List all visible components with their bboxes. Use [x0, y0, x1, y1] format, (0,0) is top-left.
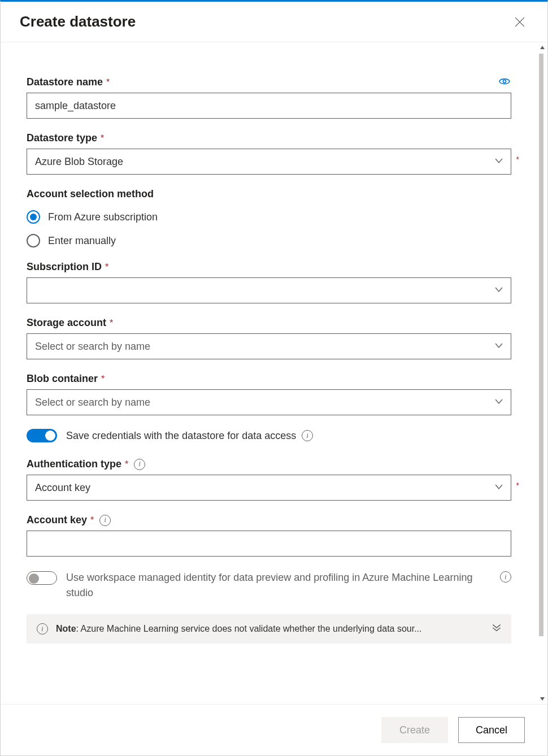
auth-type-label: Authentication type	[27, 458, 121, 470]
required-indicator: *	[516, 155, 519, 164]
chevron-down-icon	[495, 397, 503, 409]
field-auth-type: Authentication type * i Account key *	[27, 458, 511, 501]
field-blob-container: Blob container * Select or search by nam…	[27, 373, 511, 415]
panel-body-wrap: Datastore name * Datastore type * Azure …	[1, 42, 547, 704]
note-expand-button[interactable]	[492, 623, 501, 635]
chevron-down-icon	[495, 341, 503, 353]
managed-identity-row: Use workspace managed identity for data …	[27, 570, 511, 601]
panel-body: Datastore name * Datastore type * Azure …	[1, 42, 537, 704]
note-text: Note: Azure Machine Learning service doe…	[56, 624, 484, 634]
datastore-type-select[interactable]: Azure Blob Storage	[27, 149, 511, 175]
create-datastore-panel: Create datastore Datastore name *	[0, 0, 548, 756]
radio-enter-manually-label: Enter manually	[48, 235, 116, 247]
blob-container-label: Blob container	[27, 373, 98, 385]
field-storage-account: Storage account * Select or search by na…	[27, 317, 511, 359]
required-indicator: *	[105, 262, 108, 272]
radio-icon	[27, 210, 40, 224]
auth-type-value: Account key	[35, 482, 90, 494]
account-key-label: Account key	[27, 514, 87, 526]
auth-type-select[interactable]: Account key	[27, 475, 511, 501]
field-datastore-name: Datastore name *	[27, 76, 511, 119]
field-account-key: Account key * i	[27, 514, 511, 557]
datastore-type-value: Azure Blob Storage	[35, 156, 123, 168]
close-button[interactable]	[511, 14, 528, 31]
cancel-button[interactable]: Cancel	[458, 717, 525, 743]
info-icon[interactable]: i	[500, 571, 511, 583]
datastore-name-label: Datastore name	[27, 76, 103, 88]
eye-icon	[499, 77, 510, 85]
field-datastore-type: Datastore type * Azure Blob Storage *	[27, 132, 511, 175]
required-indicator: *	[90, 515, 94, 525]
radio-enter-manually[interactable]: Enter manually	[27, 234, 511, 247]
svg-point-0	[503, 80, 506, 83]
scrollbar[interactable]	[537, 42, 547, 704]
managed-identity-label: Use workspace managed identity for data …	[66, 570, 493, 601]
radio-from-subscription[interactable]: From Azure subscription	[27, 210, 511, 224]
save-credentials-label: Save credentials with the datastore for …	[66, 430, 296, 442]
radio-icon	[27, 234, 40, 247]
preview-button[interactable]	[498, 76, 511, 88]
radio-from-subscription-label: From Azure subscription	[48, 211, 158, 223]
scroll-down-arrow[interactable]	[537, 694, 547, 704]
info-icon[interactable]: i	[134, 459, 145, 470]
datastore-name-input[interactable]	[27, 93, 511, 119]
blob-container-select[interactable]: Select or search by name	[27, 389, 511, 415]
scroll-up-arrow[interactable]	[537, 42, 547, 53]
chevron-down-icon	[495, 482, 503, 494]
field-account-selection: Account selection method From Azure subs…	[27, 188, 511, 247]
info-icon: i	[37, 623, 48, 635]
required-indicator: *	[106, 77, 110, 88]
save-credentials-toggle[interactable]	[27, 429, 57, 442]
account-key-input[interactable]	[27, 531, 511, 557]
datastore-type-label: Datastore type	[27, 132, 97, 144]
storage-account-placeholder: Select or search by name	[35, 341, 150, 353]
close-icon	[515, 17, 525, 27]
info-icon[interactable]: i	[302, 430, 313, 441]
panel-title: Create datastore	[20, 13, 136, 31]
storage-account-select[interactable]: Select or search by name	[27, 333, 511, 359]
chevron-down-icon	[495, 285, 503, 297]
subscription-id-select[interactable]	[27, 277, 511, 303]
info-icon[interactable]: i	[99, 515, 111, 526]
required-indicator: *	[110, 318, 113, 328]
subscription-id-label: Subscription ID	[27, 261, 102, 273]
create-button[interactable]: Create	[381, 717, 448, 743]
field-subscription-id: Subscription ID *	[27, 261, 511, 303]
required-indicator: *	[516, 481, 519, 490]
account-selection-heading: Account selection method	[27, 188, 511, 200]
managed-identity-toggle[interactable]	[27, 571, 57, 585]
required-indicator: *	[125, 459, 128, 470]
note-box: i Note: Azure Machine Learning service d…	[27, 614, 511, 644]
chevron-down-icon	[495, 156, 503, 168]
double-chevron-down-icon	[492, 623, 501, 632]
required-indicator: *	[101, 133, 104, 144]
storage-account-label: Storage account	[27, 317, 106, 329]
blob-container-placeholder: Select or search by name	[35, 397, 150, 409]
required-indicator: *	[101, 374, 105, 384]
panel-footer: Create Cancel	[1, 704, 547, 755]
save-credentials-row: Save credentials with the datastore for …	[27, 429, 511, 442]
panel-header: Create datastore	[1, 2, 547, 42]
scrollbar-thumb[interactable]	[539, 54, 543, 636]
